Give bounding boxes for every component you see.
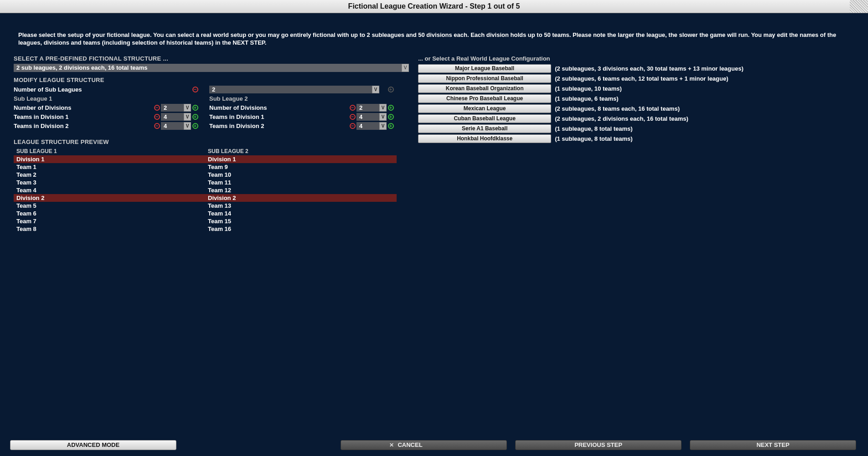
- realworld-desc: (2 subleagues, 3 divisions each, 30 tota…: [551, 65, 744, 72]
- titlebar-hatching: [850, 0, 868, 13]
- preview-team: Team 14: [205, 210, 397, 217]
- preview-sl1-div1: Division 1: [14, 155, 205, 163]
- subleague-1-header: Sub League 1: [14, 94, 153, 103]
- next-step-label: NEXT STEP: [756, 440, 789, 450]
- preview-sl2-div2: Division 2: [205, 194, 397, 202]
- sl1-numdiv-plus[interactable]: +: [191, 103, 199, 112]
- realworld-desc: (1 subleague, 10 teams): [551, 85, 622, 92]
- realworld-desc: (1 subleague, 6 teams): [551, 95, 618, 102]
- preview-team: Team 8: [14, 225, 205, 233]
- preview-team: Team 15: [205, 217, 397, 225]
- num-subleagues-minus[interactable]: −: [191, 85, 199, 93]
- realworld-desc: (2 subleagues, 8 teams each, 16 total te…: [551, 105, 680, 112]
- cancel-button[interactable]: ✕ CANCEL: [341, 440, 507, 450]
- sl1-td1-value[interactable]: 4: [161, 113, 184, 121]
- realworld-row: Chinese Pro Baseball League (1 subleague…: [418, 94, 854, 104]
- realworld-button-seriea1[interactable]: Serie A1 Baseball: [418, 124, 551, 133]
- sl1-td2-value[interactable]: 4: [161, 122, 184, 130]
- sl2-td2-value[interactable]: 4: [356, 122, 379, 130]
- realworld-row: Honkbal Hoofdklasse (1 subleague, 8 tota…: [418, 134, 854, 144]
- sl1-td2-plus[interactable]: +: [191, 122, 199, 130]
- preview-team: Team 6: [14, 210, 205, 217]
- window-title: Fictional League Creation Wizard - Step …: [348, 2, 520, 10]
- chevron-down-icon[interactable]: V: [379, 113, 387, 121]
- sl1-td1-plus[interactable]: +: [191, 113, 199, 121]
- realworld-button-honkbal[interactable]: Honkbal Hoofdklasse: [418, 134, 551, 143]
- realworld-desc: (1 subleague, 8 total teams): [551, 125, 633, 132]
- preview-sl1-header: SUB LEAGUE 1: [14, 147, 205, 155]
- realworld-button-mex[interactable]: Mexican League: [418, 104, 551, 113]
- predefined-structure-dropdown[interactable]: 2 sub leagues, 2 divisions each, 16 tota…: [14, 64, 409, 72]
- chevron-down-icon[interactable]: V: [184, 122, 191, 130]
- next-step-button[interactable]: NEXT STEP: [690, 440, 856, 450]
- sl2-numdiv-plus[interactable]: +: [387, 103, 395, 112]
- preview-team: Team 2: [14, 171, 205, 179]
- preview-team: Team 13: [205, 202, 397, 210]
- predefined-structure-value: 2 sub leagues, 2 divisions each, 16 tota…: [14, 64, 402, 72]
- sl2-td2-plus[interactable]: +: [387, 122, 395, 130]
- realworld-button-mlb[interactable]: Major League Baseball: [418, 64, 551, 73]
- num-subleagues-plus[interactable]: +: [387, 85, 395, 93]
- sl2-td1-value[interactable]: 4: [356, 113, 379, 121]
- close-icon: ✕: [388, 442, 395, 448]
- chevron-down-icon[interactable]: V: [184, 104, 191, 112]
- sl1-numdiv-value[interactable]: 2: [161, 104, 184, 112]
- realworld-button-kbo[interactable]: Korean Baseball Organization: [418, 84, 551, 93]
- sl2-td2-minus[interactable]: −: [348, 122, 356, 130]
- preview-team: Team 1: [14, 163, 205, 171]
- chevron-down-icon[interactable]: V: [402, 64, 409, 72]
- realworld-row: Korean Baseball Organization (1 subleagu…: [418, 84, 854, 94]
- advanced-mode-label: ADVANCED MODE: [67, 440, 119, 450]
- modify-structure-header: MODIFY LEAGUE STRUCTURE: [14, 72, 409, 85]
- realworld-row: Nippon Professional Baseball (2 subleagu…: [418, 74, 854, 84]
- previous-step-label: PREVIOUS STEP: [574, 440, 622, 450]
- sl1-td1-label: Teams in Division 1: [14, 113, 153, 121]
- sl2-td2-label: Teams in Division 2: [209, 122, 348, 130]
- preview-sl1-div2: Division 2: [14, 194, 205, 202]
- preview-header: LEAGUE STRUCTURE PREVIEW: [14, 130, 409, 147]
- sl1-numdiv-minus[interactable]: −: [153, 103, 161, 112]
- wizard-footer: ADVANCED MODE ✕ CANCEL PREVIOUS STEP NEX…: [0, 440, 868, 456]
- preview-team: Team 7: [14, 217, 205, 225]
- sl1-td2-minus[interactable]: −: [153, 122, 161, 130]
- preview-team: Team 5: [14, 202, 205, 210]
- realworld-row: Major League Baseball (2 subleagues, 3 d…: [418, 64, 854, 74]
- sl2-numdiv-minus[interactable]: −: [348, 103, 356, 112]
- chevron-down-icon[interactable]: V: [184, 113, 191, 121]
- realworld-row: Cuban Baseball League (2 subleagues, 2 d…: [418, 114, 854, 124]
- preview-sl2-header: SUB LEAGUE 2: [205, 147, 397, 155]
- chevron-down-icon[interactable]: V: [379, 122, 387, 130]
- sl1-numdiv-label: Number of Divisions: [14, 103, 153, 112]
- wizard-instructions: Please select the setup of your fictiona…: [14, 18, 854, 51]
- preview-team: Team 10: [205, 171, 397, 179]
- preview-team: Team 3: [14, 179, 205, 186]
- preview-team: Team 12: [205, 186, 397, 194]
- realworld-row: Mexican League (2 subleagues, 8 teams ea…: [418, 104, 854, 114]
- previous-step-button[interactable]: PREVIOUS STEP: [515, 440, 682, 450]
- realworld-desc: (1 subleague, 8 total teams): [551, 135, 633, 142]
- sl2-td1-label: Teams in Division 1: [209, 113, 348, 121]
- realworld-button-cuba[interactable]: Cuban Baseball League: [418, 114, 551, 123]
- chevron-down-icon[interactable]: V: [379, 104, 387, 112]
- preview-team: Team 16: [205, 225, 397, 233]
- sl2-td1-plus[interactable]: +: [387, 113, 395, 121]
- subleague-2-header: Sub League 2: [209, 94, 348, 103]
- realworld-desc: (2 subleagues, 2 divisions each, 16 tota…: [551, 115, 688, 122]
- sl1-td1-minus[interactable]: −: [153, 113, 161, 121]
- num-subleagues-label: Number of Sub Leagues: [14, 85, 153, 94]
- realworld-header: ... or Select a Real World League Config…: [418, 51, 854, 64]
- sl2-td1-minus[interactable]: −: [348, 113, 356, 121]
- advanced-mode-button[interactable]: ADVANCED MODE: [10, 440, 176, 450]
- preview-team: Team 11: [205, 179, 397, 186]
- chevron-down-icon[interactable]: V: [372, 86, 379, 93]
- window-titlebar: Fictional League Creation Wizard - Step …: [0, 0, 868, 13]
- realworld-button-npb[interactable]: Nippon Professional Baseball: [418, 74, 551, 83]
- realworld-button-cpbl[interactable]: Chinese Pro Baseball League: [418, 94, 551, 103]
- num-subleagues-value[interactable]: 2: [209, 86, 372, 93]
- preview-team: Team 9: [205, 163, 397, 171]
- preview-sl2-div1: Division 1: [205, 155, 397, 163]
- cancel-label: CANCEL: [398, 440, 422, 450]
- sl2-numdiv-value[interactable]: 2: [356, 104, 379, 112]
- sl1-td2-label: Teams in Division 2: [14, 122, 153, 130]
- preview-team: Team 4: [14, 186, 205, 194]
